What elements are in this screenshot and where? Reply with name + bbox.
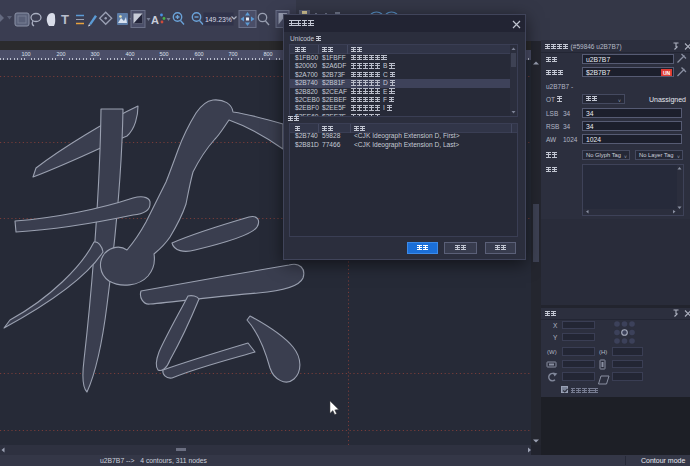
svg-text:T: T [61,12,69,27]
svg-text:A: A [151,14,159,26]
svg-text:149.23%: 149.23% [205,16,232,23]
